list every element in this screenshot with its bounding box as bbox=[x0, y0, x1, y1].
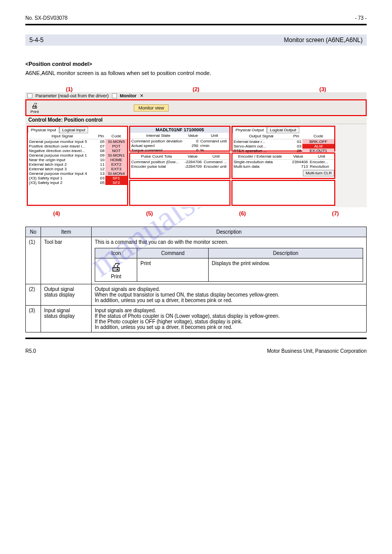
row-item: Tool bar bbox=[41, 237, 92, 284]
th: Output Signal bbox=[232, 133, 290, 139]
cell: 10 bbox=[97, 158, 106, 162]
tab-logical-output[interactable]: Logical Output bbox=[267, 127, 299, 133]
cell: Command unit bbox=[200, 139, 229, 144]
cell: 0 bbox=[186, 148, 199, 153]
cell: Torque command bbox=[130, 148, 186, 153]
cell: HOME bbox=[105, 158, 127, 162]
cell: Command ... bbox=[203, 160, 229, 165]
th-pin: Pin bbox=[97, 133, 106, 139]
cell: 09 bbox=[97, 153, 106, 158]
tab-icon bbox=[112, 93, 117, 98]
sub-th-icon: Icon bbox=[95, 248, 137, 258]
th-signal: Input Signal bbox=[28, 133, 97, 139]
th: Code bbox=[302, 133, 334, 139]
tab-physical-output[interactable]: Physical Output bbox=[232, 127, 267, 133]
printer-icon[interactable]: 🖨 bbox=[30, 101, 38, 109]
cell: 713 bbox=[288, 164, 309, 169]
cell: SF2 bbox=[105, 180, 127, 185]
th-no: No bbox=[26, 227, 41, 237]
th-item: Item bbox=[41, 227, 92, 237]
printer-icon: 🖨 bbox=[98, 261, 134, 274]
cell: 08 bbox=[97, 149, 106, 153]
cell: Single-revolution data bbox=[232, 160, 288, 165]
cell: General purpose monitor input 4 bbox=[28, 171, 97, 176]
cell: 2394406 bbox=[288, 160, 309, 165]
cell: Encoder... bbox=[309, 160, 334, 165]
cell: EXT2 bbox=[105, 162, 127, 167]
page-number: - 73 - bbox=[355, 15, 367, 21]
sub-th-cmd: Command bbox=[137, 248, 209, 258]
callout-2: (2) bbox=[192, 86, 199, 92]
cell: EXT3 bbox=[105, 167, 127, 171]
callout-6: (6) bbox=[239, 210, 246, 216]
th: Value bbox=[182, 154, 203, 160]
footer-org: Motor Business Unit, Panasonic Corporati… bbox=[267, 348, 367, 354]
cell: SI-MON5 bbox=[105, 139, 127, 144]
cell: SI-MON1 bbox=[105, 153, 127, 158]
tab-parameter[interactable]: Parameter (read-out from the driver) bbox=[35, 93, 109, 98]
th: Value bbox=[186, 133, 199, 139]
cell: Near the origin input bbox=[28, 158, 97, 162]
th-code: Code bbox=[105, 133, 127, 139]
print-label: Print bbox=[98, 274, 134, 279]
monitor-view-button[interactable]: Monitor view bbox=[134, 104, 169, 112]
th: Internal State bbox=[130, 133, 186, 139]
tab-monitor[interactable]: Monitor bbox=[120, 93, 137, 98]
sub-desc: Displays the print window. bbox=[209, 258, 363, 282]
panel-pulse: Pulse Count TotaValueUnit Command positi… bbox=[129, 153, 230, 178]
cell: POT bbox=[105, 144, 127, 149]
cell: Encoder unit bbox=[203, 164, 229, 169]
cell: Servo-Alarm out... bbox=[232, 144, 290, 149]
cell: Encoder pulse total bbox=[130, 164, 182, 169]
row-no: (3) bbox=[26, 306, 41, 333]
row-desc: Output signals are displayed. When the o… bbox=[92, 284, 367, 306]
panel-internal-state: MADLT01NF 17100005 Internal StateValueUn… bbox=[129, 126, 230, 152]
tab-physical-input[interactable]: Physical Input bbox=[28, 127, 59, 133]
sub-th-desc: Description bbox=[209, 248, 363, 258]
cell: BRK-OFF bbox=[302, 139, 334, 144]
cell: 05 bbox=[97, 139, 106, 144]
tab-logical-input[interactable]: Logical Input bbox=[59, 127, 88, 133]
th: Pin bbox=[290, 133, 302, 139]
callout-1: (1) bbox=[66, 86, 72, 92]
th: Value bbox=[288, 154, 309, 160]
cell: 250 bbox=[186, 143, 199, 148]
cell: 03 bbox=[290, 144, 302, 149]
tab-close-icon[interactable]: ✕ bbox=[140, 93, 144, 98]
cell: 01 bbox=[290, 139, 302, 144]
divider-bottom bbox=[25, 338, 367, 339]
th-desc: Description bbox=[92, 227, 367, 237]
panel-empty bbox=[129, 180, 230, 206]
row-item: Output signal status display bbox=[41, 284, 92, 306]
row-desc: This is a command that you can do with t… bbox=[95, 239, 228, 245]
panel-output: Physical Output Logical Output Output Si… bbox=[231, 126, 335, 152]
cell: 13 bbox=[97, 171, 106, 176]
control-mode-label: Control Mode: Position control bbox=[25, 116, 367, 124]
description-table: No Item Description (1) Tool bar This is… bbox=[25, 227, 367, 333]
cell: External latch input 2 bbox=[28, 162, 97, 167]
cell: Command position deviation bbox=[130, 139, 186, 144]
multi-turn-clr-button[interactable]: Multi-turn CLR bbox=[303, 170, 334, 176]
row-no: (2) bbox=[26, 284, 41, 306]
subheading: <Position control model> bbox=[25, 61, 367, 67]
panel-encoder: Encoder / External scaleValueUnit Single… bbox=[231, 153, 335, 178]
cell: External latch input 3 bbox=[28, 167, 97, 171]
print-label: Print bbox=[30, 109, 38, 114]
cell: ALM bbox=[302, 144, 334, 149]
cell: 03 bbox=[97, 176, 106, 180]
body-text: A6NE,A6NL monitor screen is as follows w… bbox=[25, 70, 367, 76]
cell: r/min bbox=[200, 143, 229, 148]
th: Unit bbox=[203, 154, 229, 160]
cell: 12 bbox=[97, 167, 106, 171]
cell: Positive direction over-travel i... bbox=[28, 144, 97, 149]
cell: 11 bbox=[97, 162, 106, 167]
callout-5: (5) bbox=[146, 210, 153, 216]
callout-4: (4) bbox=[53, 210, 60, 216]
divider-top bbox=[25, 24, 367, 25]
panel-input: Physical Input Logical Input Input Signa… bbox=[27, 126, 128, 206]
th: Unit bbox=[200, 133, 229, 139]
cell: 0 bbox=[186, 139, 199, 144]
section-num: 5-4-5 bbox=[29, 36, 44, 44]
cell: SF1 bbox=[105, 176, 127, 180]
panel-empty bbox=[231, 180, 335, 206]
